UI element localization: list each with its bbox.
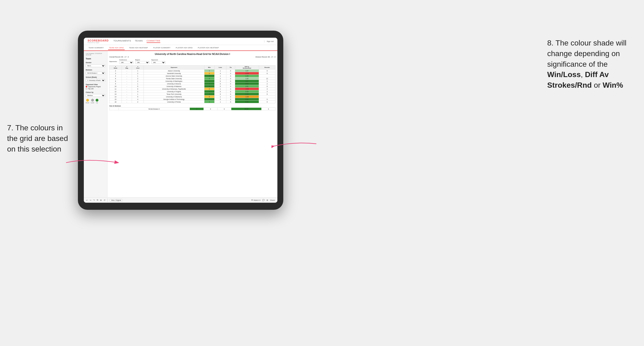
cell-rank: 12: [110, 90, 122, 93]
cell-win: 3: [204, 101, 214, 103]
division-label: Division: [86, 69, 105, 71]
out-division-name: [110, 108, 119, 110]
cell-diff: 2.28: [235, 75, 259, 77]
cell-loss: 0: [214, 82, 226, 85]
grid-button[interactable]: ⊞: [266, 199, 268, 201]
cell-reg: -: [122, 70, 132, 72]
forward-button[interactable]: ↷: [93, 199, 95, 201]
copy-button[interactable]: ⧉: [97, 199, 98, 201]
cell-loss: 2: [214, 77, 226, 80]
cell-rounds: 3: [259, 80, 275, 82]
cell-conf: 2: [132, 72, 144, 75]
cell-rank: 8: [110, 80, 122, 82]
tab-player-summary[interactable]: PLAYER SUMMARY: [152, 46, 172, 49]
nav-committee[interactable]: COMMITTEE: [146, 40, 160, 43]
col-conf: #Conf: [132, 65, 144, 70]
toolbar-divider: [108, 198, 108, 202]
radio-dot: [86, 88, 87, 90]
cell-rounds: [259, 95, 275, 98]
cell-reg: -: [122, 80, 132, 82]
cell-loss: 0: [214, 85, 226, 88]
cell-opponent: Florida State University: [144, 77, 204, 80]
cell-rank: 10: [110, 85, 122, 88]
cell-opponent: Arizona State University: [144, 75, 204, 77]
tab-team-h2h-heatmap[interactable]: TEAM H2H HEATMAP: [128, 46, 149, 49]
table-row: 2 - 1 Auburn University 2 1 0 1.67 9: [110, 70, 276, 72]
sign-out-button[interactable]: Sign out: [264, 40, 274, 42]
radio-top-100[interactable]: Top 100: [86, 88, 105, 90]
cell-rounds: 8: [259, 72, 275, 75]
division-select[interactable]: NCAA Division I: [86, 72, 105, 74]
colour-by-select[interactable]: Win/loss: [86, 94, 105, 97]
color-dot-level: [91, 99, 94, 102]
tab-team-summary[interactable]: TEAM SUMMARY: [88, 46, 105, 49]
school-select[interactable]: 1. University of North...: [86, 79, 105, 82]
logo-sub: Powered by clippd: [88, 42, 108, 43]
cell-diff: 1.67: [235, 70, 259, 72]
cell-reg: -: [122, 77, 132, 80]
cell-loss: 4: [214, 72, 226, 75]
gender-section: Gender Men's: [86, 62, 105, 67]
tab-team-h2h-grid[interactable]: TEAM H2H GRID: [108, 46, 125, 50]
team-label: Team: [86, 57, 105, 60]
cell-reg: -: [122, 82, 132, 85]
cell-reg: -: [122, 88, 132, 90]
cell-reg: -: [122, 93, 132, 95]
paste-button[interactable]: ⊞: [100, 199, 102, 201]
watch-button[interactable]: 👁 Watch ▾: [251, 199, 260, 201]
cell-rank: 4: [110, 75, 122, 77]
grid-area: University of North Carolina Head-to-Hea…: [108, 51, 278, 197]
cell-opponent: University of Alabama: [144, 85, 204, 88]
cell-diff: 3.67: [235, 80, 259, 82]
timer-button[interactable]: ⏱: [104, 199, 106, 201]
cell-opponent: Vanderbilt University: [144, 72, 204, 75]
cell-rank: 6: [110, 77, 122, 80]
region-select[interactable]: (All): [135, 61, 150, 64]
share-button[interactable]: Share: [270, 199, 275, 201]
gender-select[interactable]: Men's: [86, 64, 105, 67]
cell-reg: -: [122, 101, 132, 103]
undo-button[interactable]: ↩: [86, 199, 88, 201]
col-rank: #Rank: [110, 65, 122, 70]
cell-loss: 0: [214, 93, 226, 95]
cell-win: 0: [204, 72, 214, 75]
table-row: 9 - 1 University of Arizona 1 0 0 9.00 2: [110, 82, 276, 85]
cell-rank: 3: [110, 72, 122, 75]
cell-opponent: University of Arizona: [144, 82, 204, 85]
sub-nav: TEAM SUMMARY TEAM H2H GRID TEAM H2H HEAT…: [84, 45, 278, 51]
colour-by-section: Colour by Win/loss: [86, 91, 105, 97]
cell-tie: 0: [226, 90, 235, 93]
grid-title: University of North Carolina Head-to-Hea…: [109, 53, 276, 55]
cell-rank: 16: [110, 101, 122, 103]
table-row: 15 - 4 Georgia Institute of Technology 5…: [110, 98, 276, 101]
cell-conf: 2: [132, 80, 144, 82]
tablet-screen: SCOREBOARD Powered by clippd TOURNAMENTS…: [84, 38, 278, 203]
cell-rank: 2: [110, 70, 122, 72]
table-row: 6 - 2 Florida State University 4 2 0 1.8…: [110, 77, 276, 80]
cell-tie: 0: [226, 95, 235, 98]
table-row: 3 - 2 Vanderbilt University 0 4 0 -2.29 …: [110, 72, 276, 75]
cell-opponent: University of Florida: [144, 101, 204, 103]
grid-records: Overall Record: 89 - 17 - 0 Division Rec…: [109, 56, 276, 58]
cell-tie: 0: [226, 93, 235, 95]
tab-player-h2h-heatmap[interactable]: PLAYER H2H HEATMAP: [197, 46, 220, 49]
cell-tie: 0: [226, 72, 235, 75]
cell-win: 1: [204, 90, 214, 93]
comment-button[interactable]: 💬: [262, 199, 265, 201]
cell-diff: 2.33: [235, 90, 259, 93]
cell-conf: 1: [132, 70, 144, 72]
col-win: Win: [204, 65, 214, 70]
cell-win: 3: [204, 93, 214, 95]
colour-by-label: Colour by: [86, 91, 105, 93]
color-dot-down: [86, 99, 89, 102]
view-label[interactable]: View: Original: [110, 199, 122, 201]
out-division-tie: 0: [218, 108, 231, 110]
nav-tournaments[interactable]: TOURNAMENTS: [113, 40, 131, 43]
opponent-select[interactable]: (All): [151, 61, 166, 64]
redo-button[interactable]: ↪: [90, 199, 91, 201]
tab-player-h2h-grid[interactable]: PLAYER H2H GRID: [175, 46, 193, 49]
annotation-left: 7. The colours in the grid are based on …: [7, 123, 73, 154]
conference-select[interactable]: (All): [119, 61, 134, 64]
nav-teams[interactable]: TEAMS: [135, 40, 143, 43]
radio-opponents-played[interactable]: Opponents Played: [86, 86, 105, 87]
